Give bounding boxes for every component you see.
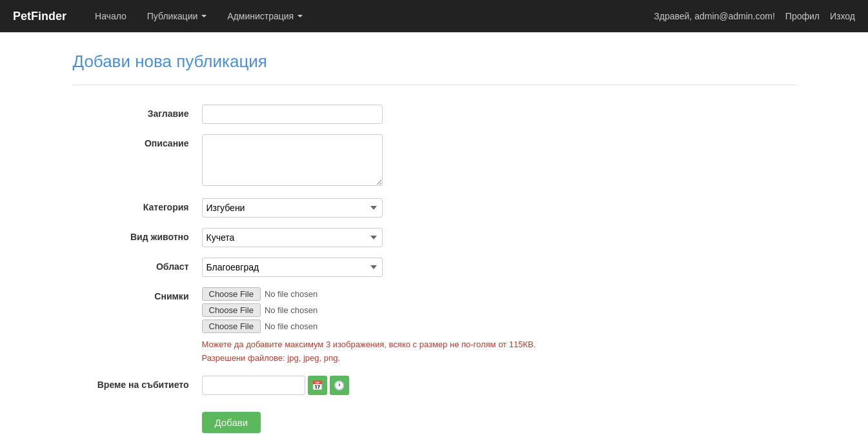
main-nav: Начало Публикации Администрация <box>86 6 654 26</box>
nav-home[interactable]: Начало <box>86 6 136 26</box>
region-control-wrap: Благоевград Бургас Варна Велико Търново … <box>202 258 796 277</box>
choose-file-button-1[interactable]: Choose File <box>202 287 261 301</box>
photos-info-line2: Разрешени файлове: jpg, jpeg, png. <box>202 352 796 365</box>
navbar-right: Здравей, admin@admin.com! Профил Изход <box>654 11 855 21</box>
photos-info: Можете да добавите максимум 3 изображени… <box>202 338 796 365</box>
photos-row: Снимки Choose File No file chosen Choose… <box>73 287 796 365</box>
divider <box>73 85 796 85</box>
choose-file-button-2[interactable]: Choose File <box>202 303 261 317</box>
region-row: Област Благоевград Бургас Варна Велико Т… <box>73 258 796 277</box>
file-inputs-wrap: Choose File No file chosen Choose File N… <box>202 287 796 333</box>
animal-type-row: Вид животно Кучета Котки Друго <box>73 228 796 247</box>
no-file-text-2: No file chosen <box>265 305 318 315</box>
page-title: Добави нова публикация <box>73 52 796 72</box>
page-container: Добави нова публикация Заглавие Описание… <box>47 32 822 437</box>
clock-button[interactable]: 🕐 <box>330 376 349 395</box>
title-row: Заглавие <box>73 105 796 124</box>
region-select[interactable]: Благоевград Бургас Варна Велико Търново … <box>202 258 383 277</box>
chevron-down-icon <box>298 15 303 17</box>
brand-logo[interactable]: PetFinder <box>13 10 66 23</box>
file-input-row-3: Choose File No file chosen <box>202 320 796 333</box>
profile-link[interactable]: Профил <box>785 11 820 21</box>
calendar-icon: 📅 <box>312 380 323 391</box>
title-control-wrap <box>202 105 796 124</box>
chevron-down-icon <box>201 15 207 17</box>
greeting-text: Здравей, admin@admin.com! <box>654 11 775 21</box>
calendar-button[interactable]: 📅 <box>308 376 327 395</box>
datetime-wrap: 📅 🕐 <box>202 376 796 395</box>
file-input-row-1: Choose File No file chosen <box>202 287 796 301</box>
clock-icon: 🕐 <box>334 380 345 391</box>
region-label: Област <box>73 258 202 272</box>
submit-button[interactable]: Добави <box>202 412 261 433</box>
submit-row: Добави <box>73 405 796 433</box>
photos-info-line1: Можете да добавите максимум 3 изображени… <box>202 338 796 352</box>
datetime-input[interactable] <box>202 376 305 395</box>
no-file-text-3: No file chosen <box>265 321 318 331</box>
description-control-wrap <box>202 134 796 188</box>
category-control-wrap: Изгубени Намерени За осиновяване <box>202 198 796 218</box>
description-label: Описание <box>73 134 202 148</box>
event-time-label: Време на събитието <box>73 376 202 390</box>
category-row: Категория Изгубени Намерени За осиновява… <box>73 198 796 218</box>
category-label: Категория <box>73 198 202 212</box>
logout-link[interactable]: Изход <box>830 11 855 21</box>
title-label: Заглавие <box>73 105 202 119</box>
photos-label: Снимки <box>73 287 202 301</box>
photos-control-wrap: Choose File No file chosen Choose File N… <box>202 287 796 365</box>
file-input-row-2: Choose File No file chosen <box>202 303 796 317</box>
title-input[interactable] <box>202 105 383 124</box>
animal-type-label: Вид животно <box>73 228 202 242</box>
choose-file-button-3[interactable]: Choose File <box>202 320 261 333</box>
event-time-row: Време на събитието 📅 🕐 <box>73 376 796 395</box>
description-row: Описание <box>73 134 796 188</box>
no-file-text-1: No file chosen <box>265 289 318 299</box>
description-input[interactable] <box>202 134 383 186</box>
nav-administration[interactable]: Администрация <box>218 6 312 26</box>
navbar: PetFinder Начало Публикации Администраци… <box>0 0 868 32</box>
category-select[interactable]: Изгубени Намерени За осиновяване <box>202 198 383 218</box>
animal-type-control-wrap: Кучета Котки Друго <box>202 228 796 247</box>
animal-type-select[interactable]: Кучета Котки Друго <box>202 228 383 247</box>
add-publication-form: Заглавие Описание Категория Изгубени Нам… <box>73 105 796 433</box>
nav-publications[interactable]: Публикации <box>138 6 216 26</box>
event-time-control-wrap: 📅 🕐 <box>202 376 796 395</box>
